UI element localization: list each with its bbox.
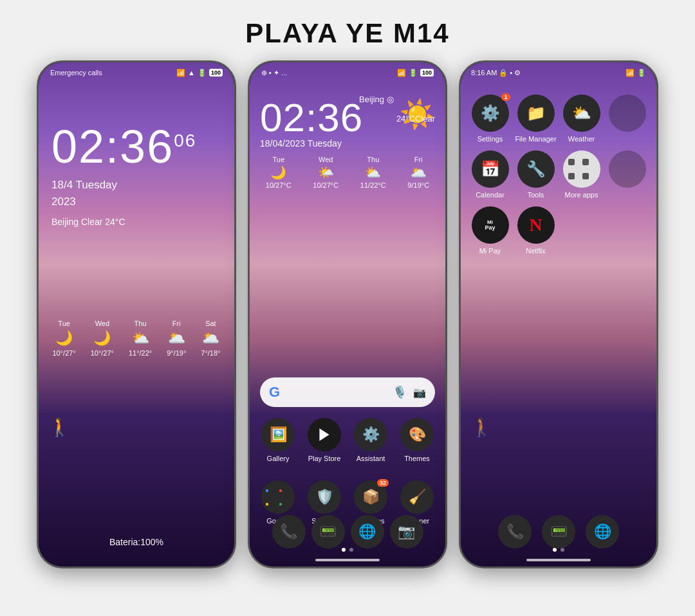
tools-app[interactable]: 🔧 Tools [513, 150, 559, 199]
status-right-icons: 📶 ▲ 🔋 100 [176, 69, 223, 77]
p3-silhouette: 🚶 [470, 417, 493, 438]
calendar-icon[interactable]: 📅 [472, 150, 509, 188]
microphone-icon[interactable]: 🎙️ [393, 385, 407, 399]
silhouette-figure: 🚶 [48, 417, 71, 438]
p2-status-right: 📶 🔋 100 [397, 69, 434, 77]
assistant-label: Assistant [357, 455, 385, 462]
assistant-app[interactable]: ⚙️ Assistant [349, 418, 392, 462]
mipay-icon[interactable]: Mi Pay [472, 206, 509, 244]
moreapps-icon[interactable] [563, 150, 600, 188]
filemanager-icon[interactable]: 📁 [517, 95, 555, 132]
phone1-status-bar: Emergency calls 📶 ▲ 🔋 100 [39, 62, 234, 83]
phone2-status-bar: ⊕ ▪ ✦ ... 📶 🔋 100 [250, 62, 445, 83]
p3-time: 8:16 AM 🔒 ▪ ⚙ [471, 69, 521, 77]
p2-forecast-3: Thu ⛅ 11/22°C [360, 156, 386, 189]
search-action-icons: 🎙️ 📷 [393, 385, 426, 399]
phone3-status-bar: 8:16 AM 🔒 ▪ ⚙ 📶 🔋 [461, 62, 656, 83]
netflix-label: Netflix [526, 247, 546, 255]
getapps-badge: 32 [377, 479, 389, 487]
calendar-app[interactable]: 📅 Calendar [467, 150, 513, 199]
google-icon[interactable]: ● ● ● ● [261, 480, 295, 514]
p2-forecast-1: Tue 🌙 10/27°C [266, 156, 292, 189]
themes-label: Themes [404, 455, 430, 462]
phone1-date: 18/4 Tuesday 2023 [51, 177, 117, 210]
p3-dock-voicemail[interactable]: 📟 [542, 515, 575, 548]
phone-appdrawer: 8:16 AM 🔒 ▪ ⚙ 📶 🔋 ⚙️ 1 Settings [459, 60, 658, 568]
cleaner-icon[interactable]: 🧹 [400, 480, 434, 514]
p3-dock-chrome[interactable]: 🌐 [586, 515, 619, 548]
weather-app[interactable]: ⛅ Weather [559, 95, 604, 143]
phones-row: Emergency calls 📶 ▲ 🔋 100 02:3606 18/4 T… [37, 60, 658, 568]
p2-forecast-2: Wed 🌤️ 10/27°C [313, 156, 338, 189]
settings-app[interactable]: ⚙️ 1 Settings [467, 95, 513, 143]
calendar-label: Calendar [476, 191, 505, 199]
getapps-icon[interactable]: 📦 32 [354, 480, 387, 514]
phone2-dock: 📞 📟 🌐 📷 [250, 515, 445, 548]
mipay-app[interactable]: Mi Pay Mi Pay [467, 206, 513, 255]
settings-label: Settings [477, 135, 503, 143]
search-bar[interactable]: G 🎙️ 📷 [260, 377, 435, 407]
security-icon[interactable]: 🛡️ [308, 480, 341, 514]
app-row-1: 🖼️ Gallery Play Store ⚙️ Assistant 🎨 The… [250, 418, 445, 462]
p3-row-1: ⚙️ 1 Settings 📁 File Manager ⛅ Weather [467, 95, 650, 143]
forecast-day-3: Thu ⛅ 11°/22° [129, 320, 152, 357]
dock-chrome[interactable]: 🌐 [351, 515, 384, 548]
phone1-bateria: Bateria:100% [39, 537, 234, 547]
playstore-icon[interactable] [308, 418, 341, 451]
phone2-clock: 02:36 [260, 95, 363, 140]
phone-homescreen: ⊕ ▪ ✦ ... 📶 🔋 100 02:36 Beijing ◎ ☀️ 24°… [248, 60, 447, 568]
tools-icon[interactable]: 🔧 [517, 150, 555, 188]
page-title: PLAYA YE M14 [245, 18, 449, 49]
svg-marker-0 [319, 428, 329, 441]
p3-empty-2 [604, 150, 650, 199]
phone1-content: 02:3606 18/4 Tuesday 2023 Beijing Clear … [39, 62, 234, 566]
forecast-day-5: Sat 🌥️ 7°/18° [201, 320, 220, 357]
moreapps-app[interactable]: More apps [559, 150, 604, 199]
gallery-icon[interactable]: 🖼️ [261, 418, 295, 451]
dock-voicemail[interactable]: 📟 [311, 515, 345, 548]
p3-dock-phone[interactable]: 📞 [498, 515, 532, 548]
filemanager-label: File Manager [515, 135, 556, 143]
phone2-forecast: Tue 🌙 10/27°C Wed 🌤️ 10/27°C Thu ⛅ 11/22… [250, 156, 445, 189]
moreapps-label: More apps [565, 191, 598, 199]
netflix-app[interactable]: N Netflix [513, 206, 559, 255]
assistant-icon[interactable]: ⚙️ [354, 418, 387, 451]
p2-status-left: ⊕ ▪ ✦ ... [261, 69, 287, 77]
forecast-day-1: Tue 🌙 10°/27° [52, 320, 75, 357]
netflix-icon[interactable]: N [517, 206, 555, 244]
phone1-clock: 02:3606 [51, 120, 196, 173]
forecast-day-2: Wed 🌙 10°/27° [91, 320, 114, 357]
phone2-date: 18/04/2023 Tuesday [260, 138, 342, 149]
phone2-temp: 24°CClear [396, 114, 435, 125]
filemanager-app[interactable]: 📁 File Manager [513, 95, 559, 143]
weather-label: Weather [568, 135, 595, 143]
playstore-app[interactable]: Play Store [303, 418, 346, 462]
phone3-content: ⚙️ 1 Settings 📁 File Manager ⛅ Weather [461, 62, 656, 566]
tools-label: Tools [528, 191, 544, 199]
p3-empty-slot [604, 95, 650, 143]
settings-icon[interactable]: ⚙️ 1 [472, 95, 509, 132]
dock-camera[interactable]: 📷 [390, 515, 423, 548]
home-indicator [315, 559, 380, 561]
phone3-app-grid: ⚙️ 1 Settings 📁 File Manager ⛅ Weather [461, 89, 656, 262]
dock-phone[interactable]: 📞 [272, 515, 306, 548]
settings-badge: 1 [501, 93, 510, 101]
lens-icon[interactable]: 📷 [413, 386, 426, 399]
gallery-app[interactable]: 🖼️ Gallery [257, 418, 299, 462]
weather-icon[interactable]: ⛅ [563, 95, 600, 132]
themes-icon[interactable]: 🎨 [400, 418, 434, 451]
phone2-location: Beijing ◎ [359, 95, 394, 104]
phone1-forecast: Tue 🌙 10°/27° Wed 🌙 10°/27° Thu ⛅ 11°/22… [39, 320, 234, 357]
p3-row-2: 📅 Calendar 🔧 Tools M [467, 150, 650, 199]
p2-forecast-4: Fri 🌥️ 9/19°C [407, 156, 429, 189]
themes-app[interactable]: 🎨 Themes [396, 418, 438, 462]
p3-status-right: 📶 🔋 [626, 69, 646, 77]
phone3-dock: 📞 📟 🌐 [461, 515, 656, 548]
gallery-label: Gallery [267, 455, 290, 462]
forecast-day-4: Fri 🌥️ 9°/19° [167, 320, 186, 357]
mipay-label: Mi Pay [479, 247, 501, 255]
status-left: Emergency calls [50, 69, 102, 77]
google-g-icon: G [269, 384, 280, 401]
playstore-label: Play Store [308, 455, 341, 462]
phone1-weather: Beijing Clear 24°C [51, 217, 125, 227]
